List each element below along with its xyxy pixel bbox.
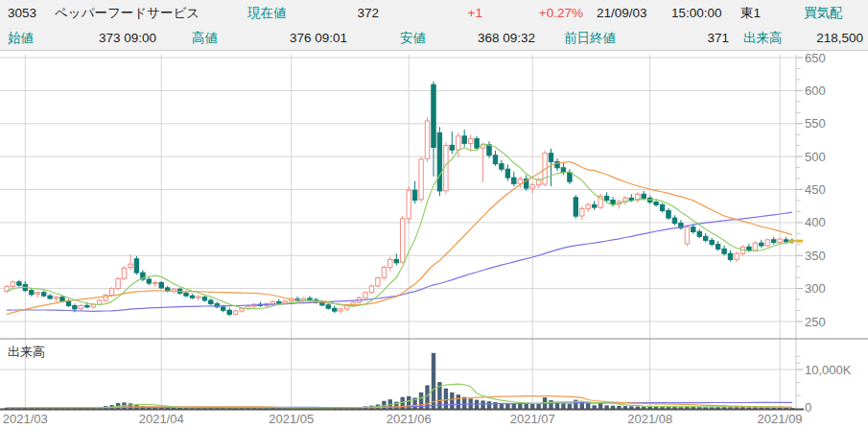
svg-text:450: 450 — [805, 182, 826, 197]
svg-text:300: 300 — [805, 281, 826, 296]
low-value: 368 09:32 — [432, 30, 535, 47]
market-segment: 東1 — [740, 5, 761, 22]
price-ma-line — [7, 144, 792, 309]
price-volume-chart[interactable]: 2503003504004505005506006502021/032021/0… — [0, 0, 868, 429]
svg-text:2021/03: 2021/03 — [3, 412, 48, 426]
volume-label: 出来高 — [743, 30, 783, 47]
prev-close-label: 前日終値 — [564, 30, 616, 47]
svg-text:250: 250 — [805, 315, 826, 329]
svg-text:2021/07: 2021/07 — [510, 412, 555, 426]
low-label: 安値 — [400, 30, 426, 47]
quote-header: 3053 ペッパーフードサービス 現在値 372 +1 +0.27% 21/09… — [0, 0, 868, 51]
high-value: 376 09:01 — [245, 30, 347, 47]
svg-text:600: 600 — [805, 83, 826, 98]
volume-value: 218,500 — [782, 30, 863, 47]
stock-code: 3053 — [8, 5, 36, 22]
svg-text:2021/06: 2021/06 — [387, 412, 432, 426]
svg-text:350: 350 — [805, 249, 826, 263]
svg-text:650: 650 — [805, 51, 826, 65]
price-ma-line — [7, 212, 792, 311]
svg-text:2021/05: 2021/05 — [269, 412, 314, 426]
current-price-label: 現在値 — [247, 5, 287, 22]
svg-text:2021/04: 2021/04 — [139, 412, 184, 426]
svg-text:0: 0 — [805, 400, 811, 415]
price-change-percent: +0.27% — [499, 5, 583, 22]
open-value: 373 09:00 — [58, 30, 156, 47]
quote-date: 21/09/03 — [597, 5, 647, 22]
stock-name: ペッパーフードサービス — [55, 5, 199, 22]
price-change-value: +1 — [412, 5, 482, 22]
svg-text:500: 500 — [805, 150, 826, 164]
candlestick-series — [5, 82, 794, 317]
quote-time: 15:00:00 — [671, 5, 722, 22]
svg-text:400: 400 — [805, 215, 826, 229]
prev-close-value: 371 — [662, 30, 729, 47]
current-price-value: 372 — [288, 5, 379, 22]
volume-bars — [5, 353, 794, 409]
open-label: 始値 — [8, 30, 34, 47]
svg-text:550: 550 — [805, 116, 826, 131]
svg-text:2021/08: 2021/08 — [627, 412, 672, 426]
high-label: 高値 — [192, 30, 218, 47]
svg-text:2021/09: 2021/09 — [758, 412, 803, 426]
svg-text:10,000K: 10,000K — [805, 363, 852, 377]
stock-chart-window: 2503003504004505005506006502021/032021/0… — [0, 0, 868, 429]
quote-status: 買気配 — [804, 5, 843, 22]
volume-pane-label: 出来高 — [8, 344, 45, 361]
